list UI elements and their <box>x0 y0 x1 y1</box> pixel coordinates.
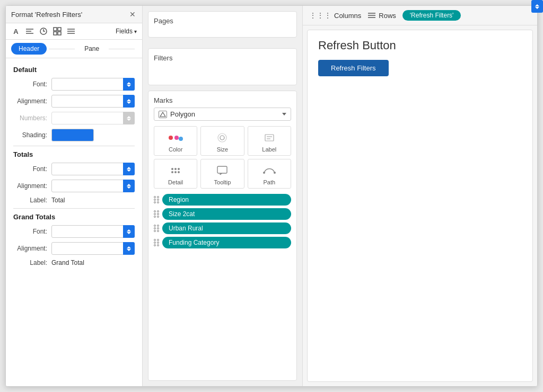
alignment-row-grand: Alignment: Center <box>13 242 135 255</box>
pages-title: Pages <box>154 17 291 25</box>
alignment-control-grand: Center <box>51 242 135 255</box>
svg-rect-14 <box>265 135 274 141</box>
size2cat-pill[interactable]: Size 2cat <box>162 208 291 220</box>
close-button[interactable]: ✕ <box>128 10 137 19</box>
pill-row-region: Region <box>154 194 291 206</box>
alignment-spinner-grand[interactable] <box>123 242 135 255</box>
align-icon[interactable] <box>25 26 34 36</box>
font-input-default[interactable] <box>51 78 135 91</box>
alignment-control-totals: Center <box>51 180 135 192</box>
pill-drag-icon-fundingcategory <box>154 239 159 246</box>
svg-point-18 <box>174 168 177 170</box>
alignment-label-totals: Alignment: <box>13 182 51 190</box>
svg-point-13 <box>220 136 224 140</box>
columns-icon: ⋮⋮⋮ <box>309 11 331 20</box>
shading-label-default: Shading: <box>13 131 51 139</box>
shading-control-default <box>51 129 135 141</box>
tooltip-label: Tooltip <box>214 179 231 185</box>
alignment-input-totals[interactable]: Center <box>51 180 135 192</box>
label-label: Label <box>262 146 276 153</box>
right-panel-header: ⋮⋮⋮ Columns Rows 'Refresh Filters' <box>303 6 537 25</box>
alignment-label-grand: Alignment: <box>13 245 51 252</box>
font-control-default <box>51 78 135 91</box>
marks-cell-color[interactable]: Color <box>154 126 197 156</box>
marks-cell-detail[interactable]: Detail <box>154 159 197 189</box>
text-format-icon[interactable]: A <box>11 26 21 36</box>
left-panel-title: Format 'Refresh Filters' <box>11 11 82 19</box>
marks-cell-tooltip[interactable]: Tooltip <box>200 159 244 189</box>
rows-label: Rows <box>367 11 396 20</box>
shading-row-default: Shading: <box>13 129 135 141</box>
svg-point-17 <box>171 168 173 170</box>
svg-point-24 <box>263 172 265 174</box>
font-input-grand[interactable] <box>51 225 135 238</box>
alignment-control-default: Center <box>51 95 135 108</box>
header-tab[interactable]: Header <box>11 43 47 55</box>
svg-rect-6 <box>54 32 57 35</box>
marks-cell-path[interactable]: Path <box>248 159 291 189</box>
alignment-spinner-default[interactable] <box>123 95 135 108</box>
shading-swatch[interactable] <box>51 129 94 141</box>
alignment-label-default: Alignment: <box>13 97 51 105</box>
tab-row: Header Pane <box>6 40 142 58</box>
circle-icon[interactable] <box>39 26 48 36</box>
pill-drag-icon-region <box>154 196 159 203</box>
urbanrural-pill[interactable]: Urban Rural <box>162 222 291 234</box>
size-icon <box>215 131 230 144</box>
totals-label-row: Label: Total <box>13 197 135 204</box>
marks-cell-size[interactable]: Size <box>200 126 244 156</box>
marks-grid: Color Size <box>154 126 291 189</box>
grid-icon[interactable] <box>52 26 62 36</box>
alignment-row-totals: Alignment: Center <box>13 180 135 192</box>
font-control-totals <box>51 163 135 175</box>
tab-divider <box>49 49 75 49</box>
pane-tab[interactable]: Pane <box>77 43 107 55</box>
totals-label-key: Label: <box>13 197 51 204</box>
svg-point-20 <box>171 171 173 173</box>
list-icon[interactable] <box>66 26 76 36</box>
spinner-down <box>127 85 131 87</box>
alignment-input-default[interactable]: Center <box>51 95 135 108</box>
tab-divider-right <box>109 49 135 49</box>
svg-rect-4 <box>54 28 57 31</box>
marks-dropdown-label: Polygon <box>170 110 279 118</box>
numbers-input-default[interactable] <box>51 112 135 124</box>
svg-point-25 <box>274 172 276 174</box>
pill-drag-icon-urbanrural <box>154 225 159 232</box>
region-pill[interactable]: Region <box>162 194 291 206</box>
viz-title: Refresh Button <box>318 39 522 52</box>
filter-pill[interactable]: 'Refresh Filters' <box>402 10 461 21</box>
svg-point-22 <box>178 171 180 173</box>
svg-rect-5 <box>58 28 61 31</box>
alignment-spinner-totals[interactable] <box>123 180 135 192</box>
font-row-default: Font: <box>13 78 135 91</box>
marks-cell-label[interactable]: Label <box>248 126 291 156</box>
font-spinner-default[interactable] <box>123 78 135 91</box>
svg-rect-7 <box>58 32 61 35</box>
fundingcategory-pill[interactable]: Funding Category <box>162 237 291 248</box>
marks-section: Marks Polygon <box>148 91 297 381</box>
numbers-row-default: Numbers: <box>13 112 135 124</box>
font-spinner-totals[interactable] <box>123 163 135 175</box>
font-label-totals: Font: <box>13 165 51 173</box>
color-icon <box>168 131 183 144</box>
filters-title: Filters <box>154 54 291 62</box>
path-label: Path <box>264 179 276 185</box>
totals-label-value: Total <box>51 197 65 204</box>
dropdown-arrow-icon <box>282 113 286 115</box>
panel-content: Default Font: Alignment: Center <box>6 58 142 386</box>
font-spinner-grand[interactable] <box>123 225 135 238</box>
spinner-up <box>127 82 131 84</box>
right-panel: ⋮⋮⋮ Columns Rows 'Refresh Filters' Refre… <box>303 6 537 386</box>
marks-title: Marks <box>154 96 291 104</box>
toolbar-row: A <box>6 23 142 40</box>
font-input-totals[interactable] <box>51 163 135 175</box>
font-label-grand: Font: <box>13 228 51 235</box>
numbers-spinner-default[interactable] <box>123 112 135 124</box>
numbers-control-default <box>51 112 135 124</box>
alignment-input-grand[interactable]: Center <box>51 242 135 255</box>
refresh-filters-button[interactable]: Refresh Filters <box>318 60 389 76</box>
marks-dropdown[interactable]: Polygon <box>154 108 291 121</box>
svg-point-19 <box>178 168 180 170</box>
fields-button[interactable]: Fields ▾ <box>116 28 137 35</box>
